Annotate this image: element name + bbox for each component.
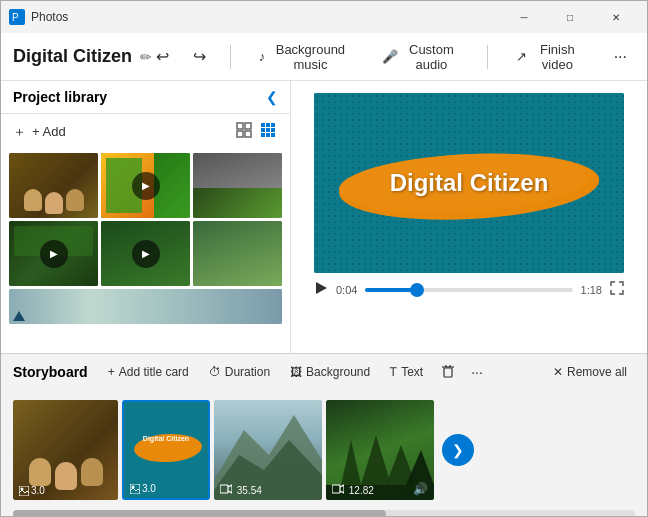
- video-icon-3: 35.54: [220, 484, 262, 496]
- remove-all-button[interactable]: ✕ Remove all: [545, 362, 635, 382]
- media-item-panorama[interactable]: [9, 289, 282, 324]
- total-time: 1:18: [581, 284, 602, 296]
- duration-label: Duration: [225, 365, 270, 379]
- add-title-card-button[interactable]: + Add title card: [100, 362, 197, 382]
- progress-bar[interactable]: [365, 288, 572, 292]
- background-button[interactable]: 🖼 Background: [282, 362, 378, 382]
- undo-button[interactable]: ↩: [152, 43, 173, 70]
- project-library-panel: Project library ❮ ＋ + Add: [1, 81, 291, 353]
- x-icon: ✕: [553, 365, 563, 379]
- media-grid: ▶ ▶ ▶: [1, 149, 290, 328]
- app-header: Digital Citizen ✏ ↩ ↪ ♪ Background music…: [1, 33, 647, 81]
- storyboard-item-2-title-card[interactable]: Title card Digital Citizen 3.0: [122, 400, 210, 500]
- storyboard-items-container: 3.0 Title card Digital Citizen 3.0: [1, 390, 647, 510]
- svg-rect-2: [237, 123, 243, 129]
- compact-grid-view-button[interactable]: [258, 120, 278, 143]
- compact-grid-icon: [260, 122, 276, 138]
- media-item[interactable]: ▶: [101, 221, 190, 286]
- library-toolbar: ＋ + Add: [1, 114, 290, 149]
- minimize-button[interactable]: ─: [501, 1, 547, 33]
- redo-button[interactable]: ↪: [189, 43, 210, 70]
- video-icon-4: 12.82: [332, 484, 374, 496]
- play-pause-button[interactable]: [314, 281, 328, 298]
- delete-button[interactable]: [435, 361, 461, 384]
- close-button[interactable]: ✕: [593, 1, 639, 33]
- progress-thumb[interactable]: [410, 283, 424, 297]
- background-label: Background: [306, 365, 370, 379]
- svg-rect-6: [261, 123, 265, 127]
- svg-rect-10: [266, 128, 270, 132]
- svg-rect-29: [220, 485, 228, 493]
- maximize-button[interactable]: □: [547, 1, 593, 33]
- play-icon: ▶: [132, 172, 160, 200]
- play-icon: [314, 281, 328, 295]
- media-item[interactable]: [193, 221, 282, 286]
- video-camera-icon-2: [332, 484, 344, 494]
- more-options-button[interactable]: ···: [606, 44, 635, 70]
- trash-icon: [441, 364, 455, 378]
- svg-marker-31: [361, 435, 391, 485]
- storyboard-item-3[interactable]: 35.54: [214, 400, 322, 500]
- scrollbar-thumb[interactable]: [13, 510, 386, 517]
- video-preview: Digital Citizen: [314, 93, 624, 273]
- background-music-button[interactable]: ♪ Background music: [251, 38, 358, 76]
- project-title: Digital Citizen: [13, 46, 132, 67]
- library-header: Project library ❮: [1, 81, 290, 114]
- photo-icon: [19, 486, 29, 496]
- custom-audio-button[interactable]: 🎤 Custom audio: [374, 38, 468, 76]
- storyboard-item-4[interactable]: 12.82 🔊: [326, 400, 434, 500]
- storyboard-header: Storyboard + Add title card ⏱ Duration 🖼…: [1, 354, 647, 390]
- svg-rect-5: [245, 131, 251, 137]
- media-item[interactable]: ▶: [9, 221, 98, 286]
- custom-audio-label: Custom audio: [404, 42, 460, 72]
- music-note-icon: ♪: [259, 49, 266, 64]
- title-card-preview-text: Digital Citizen: [143, 435, 189, 442]
- text-label: Text: [401, 365, 423, 379]
- svg-rect-12: [261, 133, 265, 137]
- title-area: Digital Citizen ✏: [13, 46, 152, 67]
- play-icon: ▶: [40, 240, 68, 268]
- storyboard-item-1[interactable]: 3.0: [13, 400, 118, 500]
- svg-rect-14: [271, 133, 275, 137]
- add-media-button[interactable]: ＋ + Add: [13, 123, 66, 141]
- svg-marker-17: [316, 282, 327, 294]
- chevron-left-icon: ❮: [266, 89, 278, 105]
- duration-button[interactable]: ⏱ Duration: [201, 362, 278, 382]
- svg-rect-11: [271, 128, 275, 132]
- media-item[interactable]: [193, 153, 282, 218]
- edit-title-icon[interactable]: ✏: [140, 49, 152, 65]
- svg-rect-7: [266, 123, 270, 127]
- share-icon: ↗: [516, 49, 527, 64]
- media-item[interactable]: ▶: [101, 153, 190, 218]
- play-icon: ▶: [132, 240, 160, 268]
- library-title: Project library: [13, 89, 266, 105]
- view-toggle: [234, 120, 278, 143]
- background-icon: 🖼: [290, 365, 302, 379]
- header-divider-2: [487, 45, 488, 69]
- background-music-label: Background music: [271, 42, 349, 72]
- plus-icon: +: [108, 365, 115, 379]
- title-bar: P Photos ─ □ ✕: [1, 1, 647, 33]
- text-icon: Ꭲ: [390, 365, 397, 379]
- item-4-duration: 12.82: [349, 485, 374, 496]
- collapse-library-button[interactable]: ❮: [266, 89, 278, 105]
- media-item[interactable]: [9, 153, 98, 218]
- current-time: 0:04: [336, 284, 357, 296]
- grid-view-button[interactable]: [234, 120, 254, 143]
- storyboard-next-button[interactable]: ❯: [442, 434, 474, 466]
- chevron-right-icon: ❯: [452, 442, 464, 458]
- svg-rect-9: [261, 128, 265, 132]
- plus-icon: ＋: [13, 123, 26, 141]
- fullscreen-button[interactable]: [610, 281, 624, 298]
- app-icon: P: [9, 9, 25, 25]
- storyboard-title: Storyboard: [13, 364, 88, 380]
- text-button[interactable]: Ꭲ Text: [382, 362, 431, 382]
- svg-rect-34: [332, 485, 340, 493]
- video-preview-panel: Digital Citizen 0:04 1:18: [291, 81, 647, 353]
- svg-rect-3: [245, 123, 251, 129]
- storyboard-more-button[interactable]: ···: [465, 361, 489, 383]
- svg-marker-30: [341, 440, 361, 485]
- item-duration: 3.0: [31, 485, 45, 496]
- horizontal-scrollbar[interactable]: [13, 510, 635, 517]
- finish-video-button[interactable]: ↗ Finish video: [508, 38, 590, 76]
